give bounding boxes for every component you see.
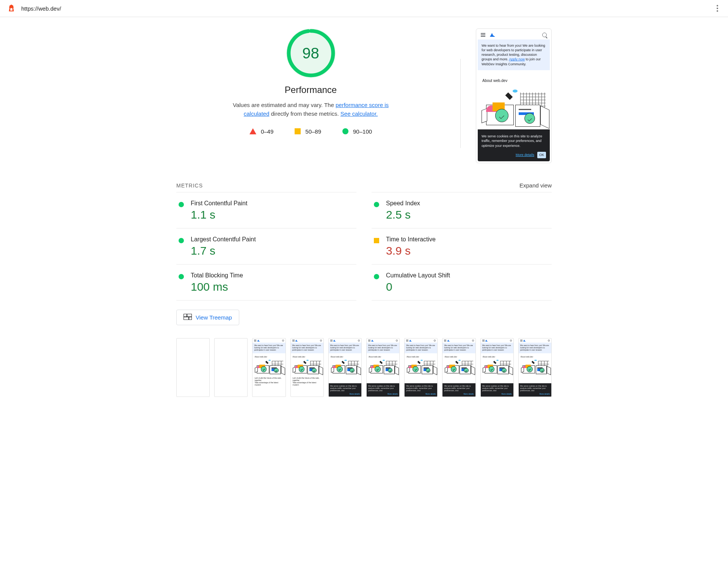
filmstrip-frame[interactable] — [176, 338, 210, 397]
view-treemap-button[interactable]: View Treemap — [176, 310, 239, 325]
metric-name: Speed Index — [386, 200, 549, 207]
metric-cumulative-layout-shift: Cumulative Layout Shift 0 — [372, 264, 552, 301]
preview-cookie-bar: We serve cookies on this site to analyze… — [478, 129, 550, 161]
metric-name: First Contentful Paint — [191, 200, 354, 207]
calculator-link[interactable]: See calculator. — [340, 110, 378, 117]
metric-status-icon — [374, 238, 379, 243]
metric-name: Largest Contentful Paint — [191, 236, 354, 243]
metric-status-icon — [179, 238, 184, 243]
filmstrip-frame[interactable]: We want to hear from you! We are looking… — [518, 338, 552, 397]
expand-view-toggle[interactable]: Expand view — [519, 182, 552, 189]
preview-illustration — [481, 90, 547, 129]
preview-about: About web.dev — [478, 70, 550, 87]
fail-triangle-icon — [249, 128, 256, 134]
kebab-menu-icon[interactable] — [714, 5, 721, 12]
metric-value: 1.7 s — [191, 244, 354, 257]
metric-value: 2.5 s — [386, 208, 549, 221]
metric-value: 100 ms — [191, 280, 354, 293]
metric-largest-contentful-paint: Largest Contentful Paint 1.7 s — [176, 228, 356, 264]
metric-time-to-interactive: Time to Interactive 3.9 s — [372, 228, 552, 264]
filmstrip-frame[interactable] — [214, 338, 248, 397]
metric-name: Total Blocking Time — [191, 272, 354, 279]
metric-name: Time to Interactive — [386, 236, 549, 243]
lighthouse-icon — [7, 4, 16, 13]
score-legend: 0–49 50–89 90–100 — [184, 128, 438, 135]
metric-status-icon — [374, 274, 379, 279]
metrics-heading: METRICS — [176, 183, 203, 189]
webdev-logo-icon — [490, 33, 495, 37]
filmstrip-frame[interactable]: We want to hear from you! We are looking… — [480, 338, 514, 397]
avg-square-icon — [295, 128, 301, 134]
metric-value: 3.9 s — [386, 244, 549, 257]
preview-banner: We want to hear from you! We are looking… — [478, 39, 550, 70]
score-gauge: 98 — [286, 28, 336, 78]
filmstrip-frame[interactable]: We want to hear from you! We are looking… — [290, 338, 324, 397]
treemap-label: View Treemap — [196, 314, 232, 321]
category-title: Performance — [184, 85, 438, 95]
pass-circle-icon — [342, 128, 348, 134]
filmstrip-frame[interactable]: We want to hear from you! We are looking… — [252, 338, 286, 397]
score-description: Values are estimated and may vary. The p… — [228, 101, 394, 118]
hamburger-icon — [481, 33, 485, 37]
search-icon — [542, 33, 547, 37]
performance-summary: 98 Performance Values are estimated and … — [176, 28, 445, 163]
score-value: 98 — [286, 28, 336, 78]
metric-name: Cumulative Layout Shift — [386, 272, 549, 279]
filmstrip-frame[interactable]: We want to hear from you! We are looking… — [328, 338, 362, 397]
vertical-divider — [460, 59, 461, 148]
metric-status-icon — [179, 274, 184, 279]
metric-first-contentful-paint: First Contentful Paint 1.1 s — [176, 192, 356, 228]
filmstrip-frame[interactable]: We want to hear from you! We are looking… — [442, 338, 475, 397]
metric-status-icon — [179, 202, 184, 207]
treemap-icon — [184, 314, 192, 321]
metric-value: 1.1 s — [191, 208, 354, 221]
metric-value: 0 — [386, 280, 549, 293]
site-url: https://web.dev/ — [21, 5, 714, 12]
page-screenshot: We want to hear from you! We are looking… — [476, 28, 552, 163]
metric-speed-index: Speed Index 2.5 s — [372, 192, 552, 228]
metric-status-icon — [374, 202, 379, 207]
page-header: https://web.dev/ — [0, 0, 728, 17]
filmstrip: We want to hear from you! We are looking… — [176, 338, 552, 397]
metric-total-blocking-time: Total Blocking Time 100 ms — [176, 264, 356, 301]
filmstrip-frame[interactable]: We want to hear from you! We are looking… — [366, 338, 400, 397]
filmstrip-frame[interactable]: We want to hear from you! We are looking… — [404, 338, 438, 397]
